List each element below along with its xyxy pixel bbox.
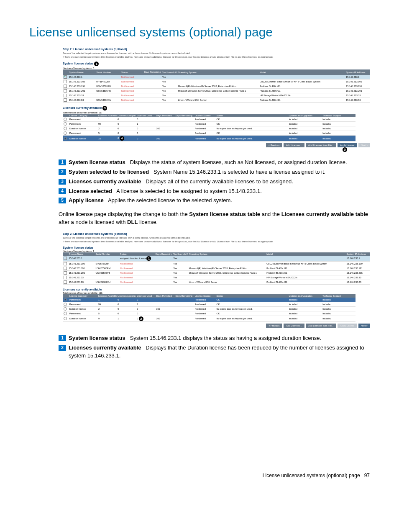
row-radio[interactable]: [64, 131, 67, 135]
row-radio[interactable]: [64, 122, 67, 126]
legend-num-icon: 4: [59, 188, 66, 194]
table-row[interactable]: Permanent9901PurchasedOKIncludedIncluded: [63, 302, 356, 306]
row-radio[interactable]: [64, 137, 67, 140]
row-checkbox[interactable]: [64, 257, 67, 260]
table-row[interactable]: 15.146.233.33Not licensedYesHP StorageWo…: [63, 275, 370, 280]
row-radio[interactable]: [64, 303, 67, 306]
note-2: If there are more unlicensed systems tha…: [63, 56, 370, 58]
table-row[interactable]: 15.146.233.191USM53505PMNot licensedYesM…: [63, 266, 370, 270]
note-1: Some of the selected target systems are …: [63, 236, 370, 239]
screenshot-2: Step 2: License unlicensed systems (opti…: [63, 232, 370, 328]
table-row[interactable]: 15.146.233.191USM53505PMNot licensedYesM…: [63, 84, 370, 89]
add-licenses-file-button[interactable]: Add Licenses from File...: [306, 143, 336, 147]
row-checkbox[interactable]: [64, 98, 67, 102]
table-header-row: System Name Serial Number Status Days Re…: [63, 252, 370, 256]
table-row[interactable]: Permanent100PurchasedOKIncludedIncluded: [63, 117, 356, 122]
table-row[interactable]: Duration license200360PurchasedNo expire…: [63, 306, 356, 311]
note-1: Some of the selected target systems are …: [63, 52, 370, 54]
row-radio[interactable]: [64, 307, 67, 311]
callout-3-icon: 3: [102, 106, 107, 111]
table-header-row: System Name Serial Number Status Days Re…: [63, 69, 370, 75]
row-radio[interactable]: [64, 118, 67, 121]
row-checkbox[interactable]: [64, 276, 67, 279]
button-bar: < Previous Add Licenses... Add Licenses …: [63, 324, 370, 328]
table-row[interactable]: 15.146.233.1assigned duration license 1Y…: [63, 256, 370, 262]
system-license-status-heading: System license status: [63, 246, 370, 249]
callout-1-icon: 1: [146, 256, 151, 261]
table-row[interactable]: Duration license200360PurchasedNo expire…: [63, 126, 356, 131]
row-checkbox[interactable]: [64, 85, 67, 88]
callout-5-icon: 5: [343, 147, 347, 152]
row-checkbox[interactable]: [64, 271, 67, 275]
system-license-table: System Name Serial Number Status Days Re…: [63, 252, 370, 285]
table-row[interactable]: Permanent500PurchasedOKIncludedIncluded: [63, 311, 356, 316]
next-button[interactable]: Next >: [358, 143, 370, 147]
system-license-table: System Name Serial Number Status Days Re…: [63, 69, 370, 103]
table-header-row: License Category Licenses Available Lice…: [63, 294, 356, 298]
table-row[interactable]: 15.146.233.83USM54302CUNot licensedYesLi…: [63, 280, 370, 284]
row-checkbox[interactable]: [64, 262, 67, 265]
legend-item: 3Licenses currently available Displays a…: [59, 178, 370, 186]
add-licenses-file-button[interactable]: Add Licenses from File...: [306, 324, 336, 328]
table-header-row: License Category Licenses Available Lice…: [63, 114, 356, 117]
system-license-status-heading: System license status 1: [63, 62, 370, 66]
legend-item: 1System license status Displays the stat…: [59, 159, 370, 167]
legend-item: 4License selected A license is selected …: [59, 188, 370, 195]
step-title: Step 2: License unlicensed systems (opti…: [63, 48, 370, 51]
row-radio[interactable]: [64, 317, 67, 320]
table-row[interactable]: Permanent9901PurchasedOKIncludedIncluded: [63, 122, 356, 126]
previous-button[interactable]: < Previous: [266, 143, 282, 147]
callout-2-icon: 2: [139, 316, 143, 321]
legend-num-icon: 2: [59, 169, 66, 175]
licenses-available-heading: Licenses currently available: [63, 288, 370, 291]
legend-num-icon: 3: [59, 179, 66, 185]
table-row[interactable]: Permanent500PurchasedOKIncludedIncluded: [63, 131, 356, 136]
page-footer: License unlicensed systems (optional) pa…: [29, 473, 370, 478]
row-checkbox[interactable]: [64, 280, 67, 284]
table-row[interactable]: 15.146.233.83USM54302CUNot licensedYesLi…: [63, 98, 370, 103]
callout-4-icon: 4: [120, 136, 124, 141]
row-radio[interactable]: [64, 127, 67, 130]
legend-num-icon: 1: [59, 335, 66, 341]
previous-button[interactable]: < Previous: [266, 324, 282, 328]
row-checkbox[interactable]: [64, 75, 67, 79]
table-row[interactable]: 15.146.233.206USM53505PBNot licensedYesM…: [63, 89, 370, 93]
row-checkbox[interactable]: [64, 267, 67, 270]
page-title: License unlicensed systems (optional) pa…: [29, 25, 370, 39]
note-2: If there are more unlicensed systems tha…: [63, 240, 370, 243]
legend-item: 1System license status System 15.146.233…: [59, 334, 370, 342]
apply-license-button[interactable]: Apply License: [338, 324, 357, 328]
legend-num-icon: 2: [59, 345, 66, 351]
step-title: Step 2: License unlicensed systems (opti…: [63, 232, 370, 235]
table-row[interactable]: 15.146.233.109MY36450284Not licensedYesG…: [63, 80, 370, 84]
callout-1-icon: 1: [94, 62, 99, 66]
legend-2: 1System license status System 15.146.233…: [59, 334, 370, 360]
licenses-available-table: License Category Licenses Available Lice…: [63, 114, 356, 141]
legend-item: 2System selected to be licensed System N…: [59, 168, 370, 176]
screenshot-1: Step 2: License unlicensed systems (opti…: [63, 48, 370, 152]
table-row[interactable]: 15.146.233.109MY36450284Not licensedYesG…: [63, 261, 370, 266]
legend-item: 2Licenses currently available Displays t…: [59, 344, 370, 360]
row-radio[interactable]: [64, 298, 67, 301]
legend-num-icon: 1: [59, 159, 66, 165]
row-checkbox[interactable]: [64, 94, 67, 97]
table-row[interactable]: Permanent100PurchasedOKIncludedIncluded: [63, 298, 356, 302]
apply-license-button[interactable]: Apply License: [338, 143, 357, 147]
row-checkbox[interactable]: [64, 89, 67, 93]
legend-1: 1System license status Displays the stat…: [59, 159, 370, 205]
row-radio[interactable]: [64, 312, 67, 315]
add-licenses-button[interactable]: Add Licenses...: [284, 324, 304, 328]
legend-num-icon: 5: [59, 198, 66, 203]
table-row[interactable]: 15.146.233.206USM53505PBNot licensedYesM…: [63, 270, 370, 275]
table-row[interactable]: Duration license910 2360PurchasedNo expi…: [63, 316, 356, 321]
licenses-available-heading: Licenses currently available 3: [63, 106, 370, 111]
table-row[interactable]: 15.146.233.33Not licensedYesHP StorageWo…: [63, 93, 370, 98]
next-button[interactable]: Next >: [358, 324, 370, 328]
row-checkbox[interactable]: [64, 80, 67, 83]
add-licenses-button[interactable]: Add Licenses...: [284, 143, 304, 147]
body-para: Online license page displaying the chang…: [59, 211, 370, 226]
legend-item: 5Apply license Applies the selected lice…: [59, 197, 370, 205]
licenses-available-table: License Category Licenses Available Lice…: [63, 294, 356, 322]
table-row[interactable]: Duration license160 40360PurchasedNo exp…: [63, 136, 356, 141]
table-row[interactable]: 15.146.233.1Not licensedYes15.146.233.1: [63, 75, 370, 80]
